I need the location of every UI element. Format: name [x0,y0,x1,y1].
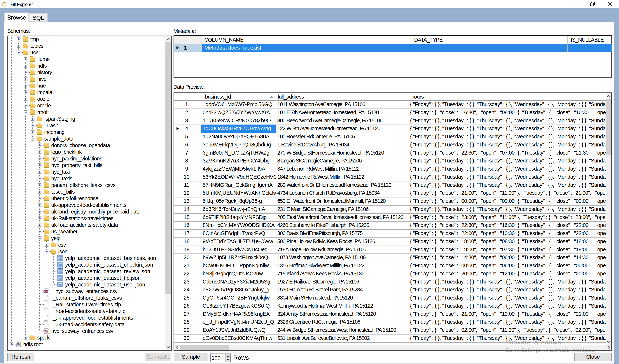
svg-text:CSV: CSV [44,330,48,332]
svg-text:{“”}: {“”} [58,269,63,273]
svg-text:{“”}: {“”} [58,276,63,280]
svg-text:{“”}: {“”} [58,282,63,287]
svg-text:{“”}: {“”} [58,263,63,267]
svg-text:{“”}: {“”} [58,256,63,260]
svg-text:CSV: CSV [44,291,48,293]
